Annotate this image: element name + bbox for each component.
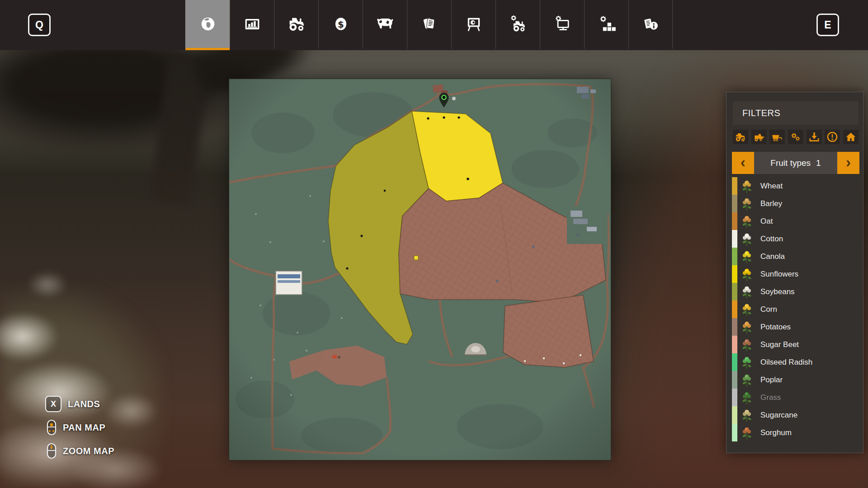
crop-row-wheat[interactable]: Wheat: [726, 177, 863, 195]
harvester-filter-button[interactable]: [751, 130, 767, 144]
alert-filter-icon: [826, 131, 838, 143]
zoom-map-label: ZOOM MAP: [63, 446, 114, 456]
crop-row-sugar-beet[interactable]: Sugar Beet: [726, 336, 863, 353]
tab-display-settings[interactable]: [540, 0, 584, 50]
globe-icon: [198, 14, 218, 34]
tab-prices[interactable]: [451, 0, 495, 50]
crop-row-corn[interactable]: Corn: [726, 300, 863, 318]
cotton-icon: [739, 231, 755, 247]
category-prev-button[interactable]: ‹: [732, 152, 754, 174]
blurred-flowers: [0, 312, 59, 361]
dollar-icon: $: [331, 14, 351, 34]
crop-row-oat[interactable]: Oat: [726, 212, 863, 230]
crop-label: Sugarcane: [760, 411, 797, 420]
canola-icon: [739, 249, 755, 264]
crop-label: Corn: [760, 305, 777, 314]
crop-row-cotton[interactable]: Cotton: [726, 230, 863, 248]
crop-label: Cotton: [760, 235, 783, 244]
documents-icon: [420, 14, 439, 34]
crop-color-strip: [732, 230, 737, 248]
crop-label: Sunflowers: [760, 270, 798, 279]
tab-animals[interactable]: [363, 0, 407, 50]
crop-label: Oat: [760, 217, 773, 226]
crop-color-strip: [732, 300, 737, 318]
crop-color-strip: [732, 318, 737, 336]
category-count: 1: [816, 158, 821, 168]
sorghum-icon: [739, 425, 755, 441]
crop-label: Grass: [760, 393, 781, 402]
map-vignette: [229, 79, 611, 460]
crop-color-strip: [732, 248, 737, 265]
trailer-filter-button[interactable]: [769, 130, 785, 144]
house-filter-icon: [845, 131, 857, 143]
sunflowers-icon: [739, 267, 755, 282]
zoom-mouse-icon: [47, 443, 57, 459]
category-next-button[interactable]: ›: [837, 152, 859, 174]
download-filter-button[interactable]: [807, 130, 822, 144]
crop-color-strip: [732, 265, 737, 283]
filters-title: FILTERS: [733, 101, 859, 125]
harvester-filter-icon: [753, 131, 765, 143]
map-view[interactable]: [229, 79, 611, 460]
crop-row-grass[interactable]: Grass: [726, 389, 863, 406]
download-filter-icon: [808, 131, 820, 143]
lands-control-hint: X LANDS: [45, 396, 100, 412]
tab-vehicles[interactable]: [274, 0, 318, 50]
crop-label: Canola: [760, 252, 785, 261]
tractor-filter-icon: [735, 131, 746, 143]
grass-icon: [739, 390, 755, 405]
pan-mouse-icon: [47, 419, 57, 436]
tab-game-settings[interactable]: [584, 0, 628, 50]
crop-row-barley[interactable]: Barley: [726, 195, 863, 212]
crop-label: Oilseed Radish: [760, 358, 812, 367]
crop-color-strip: [732, 389, 737, 406]
prev-menu-key-hint[interactable]: Q: [28, 14, 51, 36]
crop-color-strip: [732, 283, 737, 300]
house-filter-button[interactable]: [843, 130, 859, 144]
crop-row-oilseed-radish[interactable]: Oilseed Radish: [726, 353, 863, 371]
soybeans-icon: [739, 284, 755, 300]
corn-icon: [739, 302, 755, 317]
crop-row-sorghum[interactable]: Sorghum: [726, 424, 863, 441]
alert-filter-button[interactable]: [825, 130, 840, 144]
tractor-filter-button[interactable]: [733, 130, 748, 144]
lands-key-hint: X: [45, 396, 61, 412]
crop-row-soybeans[interactable]: Soybeans: [726, 283, 863, 300]
category-label: Fruit types: [770, 158, 811, 168]
crop-label: Sorghum: [760, 428, 792, 437]
crop-label: Wheat: [760, 182, 783, 191]
blurred-flowers: [5, 361, 113, 425]
crop-color-strip: [732, 336, 737, 353]
crop-row-poplar[interactable]: Poplar: [726, 371, 863, 389]
crop-row-sugarcane[interactable]: Sugarcane: [726, 406, 863, 424]
crop-color-strip: [732, 371, 737, 389]
crop-row-sunflowers[interactable]: Sunflowers: [726, 265, 863, 283]
tab-help[interactable]: [628, 0, 673, 50]
tab-statistics[interactable]: [230, 0, 274, 50]
bar-chart-icon: [242, 14, 262, 34]
crop-filter-list: Wheat Barley Oat Cotton Canola Sunflower…: [726, 177, 863, 441]
crop-row-canola[interactable]: Canola: [726, 248, 863, 265]
next-menu-key-hint[interactable]: E: [816, 14, 839, 36]
crop-row-potatoes[interactable]: Potatoes: [726, 318, 863, 336]
tab-map[interactable]: [185, 0, 230, 50]
crop-color-strip: [732, 177, 737, 195]
category-value: Fruit types 1: [754, 152, 837, 174]
pan-map-label: PAN MAP: [63, 422, 105, 433]
price-board-icon: [464, 14, 484, 34]
lands-label: LANDS: [68, 399, 100, 409]
monitor-gear-icon: [552, 14, 572, 34]
filters-panel: FILTERS ‹ Fruit types 1 › Wheat Barley O…: [726, 92, 863, 453]
gears-filter-button[interactable]: [788, 130, 803, 144]
crop-label: Potatoes: [760, 323, 791, 332]
crop-color-strip: [732, 212, 737, 230]
tab-vehicle-settings[interactable]: [495, 0, 540, 50]
tab-contracts[interactable]: [407, 0, 451, 50]
crop-label: Sugar Beet: [760, 340, 799, 349]
sugar-beet-icon: [739, 337, 755, 352]
filter-icon-row: [733, 129, 859, 145]
crop-label: Soybeans: [760, 287, 795, 296]
menu-tabs: $: [185, 0, 673, 50]
crop-color-strip: [732, 406, 737, 424]
tab-finances[interactable]: $: [318, 0, 363, 50]
